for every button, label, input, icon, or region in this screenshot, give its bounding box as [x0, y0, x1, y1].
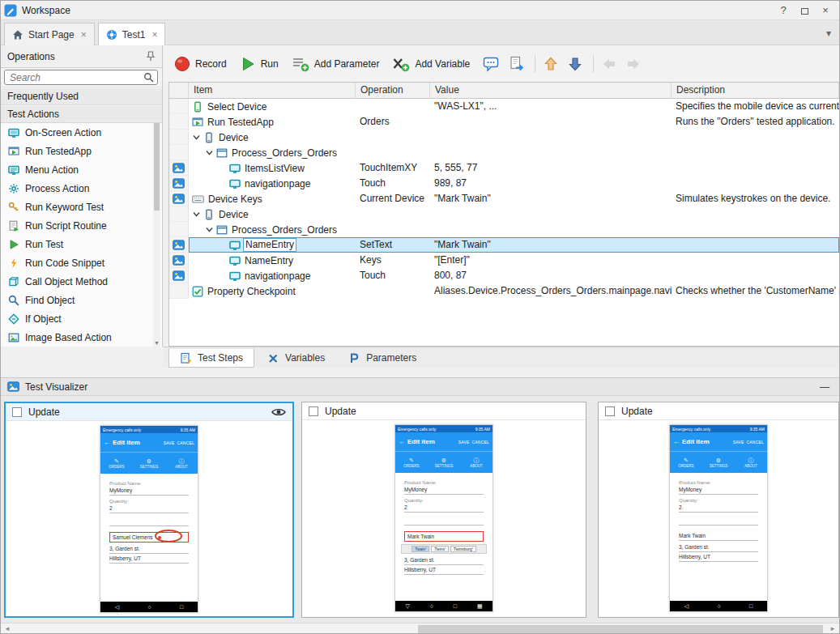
nav-button[interactable]: ◁: [115, 604, 119, 611]
scroll-thumb[interactable]: [418, 625, 823, 633]
record-button[interactable]: Record: [174, 56, 227, 72]
update-checkbox[interactable]: [605, 406, 615, 416]
scroll-left-icon[interactable]: ◂: [1, 623, 14, 634]
visualizer-frame[interactable]: UpdateEmergency calls only9:35 AM←Edit i…: [4, 402, 294, 618]
indent-button[interactable]: [625, 56, 642, 72]
panel-tab-test-steps[interactable]: Test Steps: [168, 348, 254, 368]
phone-tab-settings[interactable]: ⚙SETTINGS: [133, 453, 165, 474]
nav-button[interactable]: ○: [430, 603, 433, 609]
sidebar-item-run-script-routine[interactable]: Run Script Routine: [1, 216, 162, 235]
grid-header-operation[interactable]: Operation: [356, 83, 430, 99]
horizontal-scrollbar[interactable]: ◂ ▸: [1, 623, 839, 634]
workspace-window: Workspace ? × Start Page×Test1×▾ Operati…: [0, 0, 840, 634]
update-checkbox[interactable]: [309, 406, 318, 416]
sidebar-item-run-keyword-test[interactable]: Run Keyword Test: [1, 198, 162, 216]
move-down-button[interactable]: [567, 56, 583, 72]
nav-button[interactable]: ▽: [405, 603, 409, 610]
row-gutter-cell: [169, 145, 189, 160]
visualizer-frame[interactable]: UpdateEmergency calls only9:35 AM←Edit i…: [598, 402, 839, 618]
sidebar-item-run-testedapp[interactable]: Run TestedApp: [1, 142, 162, 160]
grid-header-item[interactable]: Item: [189, 83, 356, 99]
test-step-row[interactable]: Device KeysCurrent Device"Mark Twain"Sim…: [169, 191, 839, 206]
grid-header-value[interactable]: Value: [430, 83, 672, 99]
scroll-right-icon[interactable]: ▸: [826, 623, 839, 634]
sidebar-scroll-down-icon[interactable]: ▾: [153, 339, 160, 347]
phone-tab-about[interactable]: ⓘABOUT: [165, 453, 198, 474]
update-checkbox[interactable]: [12, 407, 22, 417]
sidebar-item-call-object-method[interactable]: Call Object Method: [1, 272, 162, 291]
phone-tab-settings[interactable]: ⚙SETTINGS: [428, 452, 460, 473]
test-step-row[interactable]: navigationpageTouch989, 87: [169, 176, 839, 191]
test-step-row[interactable]: Device: [169, 206, 839, 222]
step-operation: SetText: [356, 237, 430, 253]
tab-close-icon[interactable]: ×: [151, 29, 157, 40]
add-variable-button[interactable]: Add Variable: [392, 56, 470, 72]
sidebar-item-run-code-snippet[interactable]: Run Code Snippet: [1, 253, 162, 272]
tab-start-page[interactable]: Start Page×: [4, 23, 95, 45]
visualizer-frame[interactable]: UpdateEmergency calls only9:35 AM←Edit i…: [301, 402, 586, 618]
sidebar-scroll-thumb[interactable]: [154, 123, 160, 211]
maximize-button[interactable]: [794, 4, 815, 16]
search-icon[interactable]: [143, 72, 154, 83]
visualizer-minimize-button[interactable]: —: [817, 381, 833, 393]
help-button[interactable]: ?: [773, 4, 794, 16]
panel-tab-parameters[interactable]: Parameters: [338, 348, 427, 368]
toggle-description-button[interactable]: [483, 56, 501, 72]
search-input[interactable]: [4, 70, 158, 85]
chevron-icon: [205, 225, 214, 234]
sidebar-item-on-screen-action[interactable]: On-Screen Action: [1, 123, 162, 142]
test-step-row[interactable]: Device: [169, 130, 839, 145]
phone-tab-about[interactable]: ⓘABOUT: [460, 452, 492, 473]
test-step-row[interactable]: navigationpageTouch800, 87: [169, 268, 839, 283]
nav-button[interactable]: □: [749, 603, 753, 609]
control-icon: [229, 270, 241, 282]
move-up-button[interactable]: [543, 56, 559, 72]
row-gutter-cell: [169, 160, 189, 176]
phone-tab-about[interactable]: ⓘABOUT: [735, 452, 767, 473]
nav-button[interactable]: ◁: [684, 603, 689, 610]
nav-button[interactable]: ▦: [477, 603, 483, 610]
pin-icon[interactable]: [146, 51, 156, 62]
sidebar-item-find-object[interactable]: Find Object: [1, 291, 162, 309]
phone-tab-orders[interactable]: ✎ORDERS: [100, 453, 133, 474]
outdent-button[interactable]: [601, 56, 617, 72]
nav-button[interactable]: □: [454, 603, 457, 609]
eye-icon[interactable]: [271, 407, 286, 417]
add-parameter-button[interactable]: Add Parameter: [292, 56, 380, 72]
nav-button[interactable]: ○: [147, 604, 151, 610]
sidebar-item-image-based-action[interactable]: Image Based Action: [1, 328, 162, 347]
suggestion-chip[interactable]: Twins': [431, 546, 449, 552]
phone-tab-orders[interactable]: ✎ORDERS: [670, 452, 702, 473]
grid-header-description[interactable]: Description: [672, 83, 839, 99]
group-test-actions[interactable]: Test Actions: [1, 105, 162, 123]
sidebar-item-menu-action[interactable]: Menu Action: [1, 160, 162, 179]
phone-tab-settings[interactable]: ⚙SETTINGS: [702, 452, 735, 473]
tab-overflow-chevron-icon[interactable]: ▾: [826, 28, 831, 39]
sidebar-item-run-test[interactable]: Run Test: [1, 235, 162, 253]
group-frequently-used[interactable]: Frequently Used: [1, 87, 162, 105]
test-step-row[interactable]: Run TestedAppOrdersRuns the "Orders" tes…: [169, 114, 839, 130]
suggestion-chip[interactable]: Twain': [411, 546, 429, 552]
nav-button[interactable]: ○: [717, 603, 720, 609]
sidebar-item-process-action[interactable]: Process Action: [1, 179, 162, 198]
tab-close-icon[interactable]: ×: [81, 29, 87, 40]
test-step-row[interactable]: Process_Orders_Orders: [169, 145, 839, 160]
test-step-row[interactable]: ItemsListViewTouchItemXY5, 555, 77: [169, 160, 839, 176]
test-step-row[interactable]: Select Device"WAS-LX1", ...Specifies the…: [169, 99, 839, 114]
tab-test1[interactable]: Test1×: [98, 23, 166, 45]
back-arrow-icon: ←: [104, 439, 110, 446]
export-step-button[interactable]: [509, 56, 525, 72]
sidebar-scrollbar[interactable]: ▾: [153, 123, 160, 347]
test-step-row[interactable]: NameEntryKeys"[Enter]": [169, 253, 839, 268]
phone-tab-orders[interactable]: ✎ORDERS: [395, 452, 428, 473]
test-step-row[interactable]: NameEntrySetText"Mark Twain": [169, 237, 839, 253]
close-button[interactable]: ×: [815, 4, 836, 16]
test-step-row[interactable]: Property CheckpointAliases.Device.Proces…: [169, 283, 839, 299]
test-step-row[interactable]: Process_Orders_Orders: [169, 222, 839, 237]
nav-button[interactable]: □: [180, 604, 183, 610]
sidebar-item-if-object[interactable]: If Object: [1, 309, 162, 328]
record-label: Record: [195, 58, 227, 70]
suggestion-chip[interactable]: Twinsburg': [450, 546, 476, 552]
run-button[interactable]: Run: [240, 56, 279, 72]
panel-tab-variables[interactable]: Variables: [257, 348, 335, 368]
